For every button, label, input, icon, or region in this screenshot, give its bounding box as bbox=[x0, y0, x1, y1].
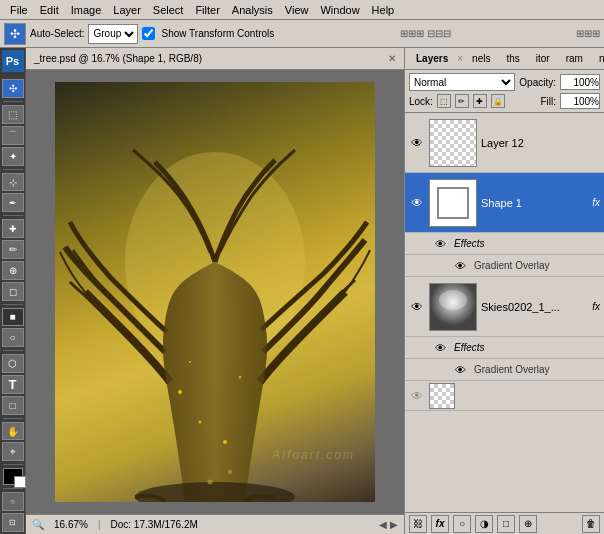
zoom-tool[interactable]: ⌖ bbox=[2, 442, 24, 461]
toolbar: ✣ Auto-Select: Group Layer Show Transfor… bbox=[0, 20, 604, 48]
tree-svg bbox=[55, 82, 375, 502]
menu-edit[interactable]: Edit bbox=[34, 0, 65, 19]
clone-tool[interactable]: ⊕ bbox=[2, 261, 24, 280]
tab-channels[interactable]: nels bbox=[465, 50, 497, 67]
menu-view[interactable]: View bbox=[279, 0, 315, 19]
opacity-label: Opacity: bbox=[519, 77, 556, 88]
layers-bottom: ⛓ fx ○ ◑ □ ⊕ 🗑 bbox=[405, 512, 604, 534]
nav-arrows[interactable]: ◀ ▶ bbox=[379, 519, 398, 530]
menu-filter[interactable]: Filter bbox=[189, 0, 225, 19]
menu-analysis[interactable]: Analysis bbox=[226, 0, 279, 19]
svg-point-4 bbox=[223, 440, 227, 444]
new-adjustment-btn[interactable]: ◑ bbox=[475, 515, 493, 533]
screen-mode-btn[interactable]: ⊡ bbox=[2, 513, 24, 532]
tab-info[interactable]: nfo bbox=[592, 50, 604, 67]
effects-label-skies: Effects bbox=[454, 342, 485, 353]
gradient-overlay-shape1[interactable]: 👁 Gradient Overlay bbox=[405, 255, 604, 277]
blend-mode-select[interactable]: Normal Multiply Screen Overlay bbox=[409, 73, 515, 91]
lock-position-btn[interactable]: ✚ bbox=[473, 94, 487, 108]
healing-tool[interactable]: ✚ bbox=[2, 219, 24, 238]
layers-controls: Normal Multiply Screen Overlay Opacity: … bbox=[405, 70, 604, 113]
lock-image-btn[interactable]: ✏ bbox=[455, 94, 469, 108]
effects-eye-skies[interactable]: 👁 bbox=[435, 342, 446, 354]
tab-history[interactable]: itor bbox=[529, 50, 557, 67]
skies-thumb-svg bbox=[430, 284, 476, 330]
menu-window[interactable]: Window bbox=[314, 0, 365, 19]
canvas-content: Alfoart.com bbox=[26, 70, 404, 514]
move-tool[interactable]: ✣ bbox=[2, 79, 24, 98]
svg-point-2 bbox=[178, 390, 182, 394]
svg-point-5 bbox=[239, 376, 242, 379]
opacity-input[interactable] bbox=[560, 74, 600, 90]
menu-image[interactable]: Image bbox=[65, 0, 108, 19]
tab-paths[interactable]: ths bbox=[499, 50, 526, 67]
add-fx-btn[interactable]: fx bbox=[431, 515, 449, 533]
menu-bar: File Edit Image Layer Select Filter Anal… bbox=[0, 0, 604, 20]
effects-header-shape1: 👁 Effects bbox=[405, 233, 604, 255]
menu-file[interactable]: File bbox=[4, 0, 34, 19]
gradient-eye-skies[interactable]: 👁 bbox=[455, 364, 466, 376]
show-transform-label: Show Transform Controls bbox=[161, 28, 274, 39]
link-layers-btn[interactable]: ⛓ bbox=[409, 515, 427, 533]
zoom-percent-icon: 🔍 bbox=[32, 519, 44, 530]
marquee-tool[interactable]: ⬚ bbox=[2, 105, 24, 124]
gradient-eye-shape1[interactable]: 👁 bbox=[455, 260, 466, 272]
visibility-toggle-shape1[interactable]: 👁 bbox=[409, 195, 425, 211]
svg-rect-9 bbox=[430, 180, 476, 226]
canvas-area: _tree.psd @ 16.7% (Shape 1, RGB/8) ✕ bbox=[26, 48, 404, 534]
menu-help[interactable]: Help bbox=[366, 0, 401, 19]
layer-name-shape1: Shape 1 bbox=[481, 197, 586, 209]
new-layer-btn[interactable]: ⊕ bbox=[519, 515, 537, 533]
gradient-label-skies: Gradient Overlay bbox=[474, 364, 550, 375]
new-group-btn[interactable]: □ bbox=[497, 515, 515, 533]
tools-panel: Ps ✣ ⬚ ⌒ ✦ ⊹ ✒ ✚ ✏ ⊕ ◻ ■ ○ ⬡ T □ ✋ ⌖ ○ ⊡ bbox=[0, 48, 26, 534]
panel-tabs: Layers × nels ths itor ram nfo ▼ bbox=[405, 48, 604, 70]
tab-layers[interactable]: Layers bbox=[409, 50, 455, 67]
canvas-close-btn[interactable]: ✕ bbox=[388, 53, 396, 64]
add-mask-btn[interactable]: ○ bbox=[453, 515, 471, 533]
tab-actions[interactable]: ram bbox=[559, 50, 590, 67]
layer-item-bottom[interactable]: 👁 bbox=[405, 381, 604, 411]
hand-tool[interactable]: ✋ bbox=[2, 422, 24, 441]
quick-mask-btn[interactable]: ○ bbox=[2, 492, 24, 511]
layer-fx-shape1: fx bbox=[592, 197, 600, 208]
show-transform-checkbox[interactable] bbox=[142, 27, 155, 40]
menu-layer[interactable]: Layer bbox=[107, 0, 147, 19]
brush-tool[interactable]: ✏ bbox=[2, 240, 24, 259]
watermark: Alfoart.com bbox=[272, 448, 355, 462]
layer-fx-skies: fx bbox=[592, 301, 600, 312]
visibility-toggle-bottom[interactable]: 👁 bbox=[409, 388, 425, 404]
crop-tool[interactable]: ⊹ bbox=[2, 173, 24, 192]
layers-list: 👁 Layer 12 👁 Shape 1 fx 👁 Effec bbox=[405, 113, 604, 512]
eraser-tool[interactable]: ◻ bbox=[2, 282, 24, 301]
layer-item-shape1[interactable]: 👁 Shape 1 fx bbox=[405, 173, 604, 233]
visibility-toggle-skies[interactable]: 👁 bbox=[409, 299, 425, 315]
gradient-tool[interactable]: ■ bbox=[2, 308, 24, 327]
pen-tool[interactable]: ⬡ bbox=[2, 354, 24, 373]
auto-select-dropdown[interactable]: Group Layer bbox=[88, 24, 138, 44]
auto-select-label: Auto-Select: bbox=[30, 28, 84, 39]
delete-layer-btn[interactable]: 🗑 bbox=[582, 515, 600, 533]
move-tool-btn[interactable]: ✣ bbox=[4, 23, 26, 45]
dodge-tool[interactable]: ○ bbox=[2, 328, 24, 347]
type-tool[interactable]: T bbox=[2, 375, 24, 394]
visibility-toggle-layer12[interactable]: 👁 bbox=[409, 135, 425, 151]
eyedropper-tool[interactable]: ✒ bbox=[2, 193, 24, 212]
foreground-color[interactable] bbox=[3, 468, 23, 485]
lasso-tool[interactable]: ⌒ bbox=[2, 126, 24, 145]
layers-panel: Layers × nels ths itor ram nfo ▼ Normal … bbox=[404, 48, 604, 534]
gradient-overlay-skies[interactable]: 👁 Gradient Overlay bbox=[405, 359, 604, 381]
layer-item-skies[interactable]: 👁 Skies0202_1_... bbox=[405, 277, 604, 337]
lock-all-btn[interactable]: 🔒 bbox=[491, 94, 505, 108]
magic-wand-tool[interactable]: ✦ bbox=[2, 147, 24, 166]
menu-select[interactable]: Select bbox=[147, 0, 190, 19]
layer-thumb-bottom bbox=[429, 383, 455, 409]
lock-label: Lock: bbox=[409, 96, 433, 107]
lock-transparent-btn[interactable]: ⬚ bbox=[437, 94, 451, 108]
shape-tool[interactable]: □ bbox=[2, 396, 24, 415]
fill-input[interactable] bbox=[560, 93, 600, 109]
effects-eye-shape1[interactable]: 👁 bbox=[435, 238, 446, 250]
svg-point-7 bbox=[208, 480, 213, 485]
layer-item-layer12[interactable]: 👁 Layer 12 bbox=[405, 113, 604, 173]
layer-thumb-layer12 bbox=[429, 119, 477, 167]
